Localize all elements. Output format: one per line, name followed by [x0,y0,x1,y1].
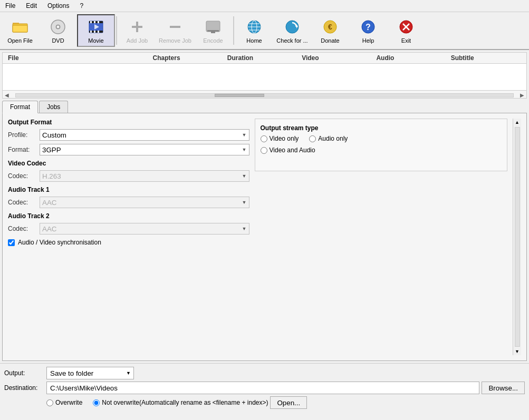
svg-rect-21 [211,32,215,33]
add-job-icon [128,17,147,36]
col-video: Video [300,54,374,62]
profile-label: Profile: [8,131,40,139]
movie-button[interactable]: Movie [77,14,115,47]
toolbar-separator-2 [233,16,234,45]
donate-button[interactable]: € Donate [311,14,349,47]
scroll-track[interactable] [15,93,514,97]
video-only-label: Video only [270,135,299,142]
menu-file[interactable]: File [2,1,18,11]
audio-track2-row: Codec: AAC [8,223,249,235]
svg-rect-2 [13,25,27,32]
open-file-label: Open File [7,37,33,44]
not-overwrite-label[interactable]: Not overwrite(Automatically rename as <f… [93,399,268,406]
profile-select-wrap: Custom [40,129,249,141]
overwrite-radio[interactable] [46,399,53,406]
help-label: Help [362,37,374,44]
check-for-button[interactable]: Check for ... [273,14,311,47]
output-label: Output: [4,369,46,377]
audio-only-item: Audio only [309,135,348,142]
output-select[interactable]: Save to folder Same folder as source [46,367,134,379]
audio-track2-select-wrap: AAC [40,223,249,235]
encode-label: Encode [203,37,223,44]
dvd-label: DVD [52,37,64,44]
profile-row: Profile: Custom [8,129,249,141]
col-audio: Audio [374,54,448,62]
help-button[interactable]: ? Help [349,14,387,47]
check-for-icon [283,17,302,36]
output-stream-title: Output stream type [261,124,502,132]
radio-row-2: Video and Audio [261,146,502,154]
output-stream-panel: Output stream type Video only Audio only… [255,119,508,171]
format-label: Format: [8,146,40,153]
overwrite-radio-group: Overwrite Not overwrite(Automatically re… [46,399,268,406]
output-format-title: Output Format [8,119,249,126]
output-row: Output: Save to folder Same folder as so… [4,367,525,379]
output-select-wrap: Save to folder Same folder as source [46,367,134,379]
sync-checkbox-row: Audio / Video synchronisation [8,239,249,246]
home-button[interactable]: Home [235,14,273,47]
svg-rect-9 [90,21,92,23]
menu-edit[interactable]: Edit [23,1,40,11]
audio-track2-select[interactable]: AAC [40,223,249,235]
panel-scroll-track[interactable] [515,127,520,347]
format-select[interactable]: 3GPP MP4 MKV [40,144,249,155]
video-audio-radio[interactable] [261,147,267,154]
audio-track1-select[interactable]: AAC [40,197,249,208]
dvd-button[interactable]: DVD [39,14,77,47]
not-overwrite-radio[interactable] [93,399,100,406]
menu-options[interactable]: Options [44,1,72,11]
help-icon: ? [359,17,378,36]
audio-track1-row: Codec: AAC [8,197,249,208]
remove-job-button[interactable]: Remove Job [156,14,194,47]
video-codec-select-wrap: H.263 [40,170,249,182]
col-chapters: Chapters [151,54,225,62]
tab-format[interactable]: Format [2,101,38,113]
video-only-radio[interactable] [261,135,267,142]
remove-job-label: Remove Job [159,37,191,44]
scroll-right-arrow[interactable]: ▶ [520,92,524,98]
open-file-button[interactable]: Open File [1,14,39,47]
exit-button[interactable]: Exit [387,14,425,47]
video-audio-item: Video and Audio [261,146,315,154]
toolbar: Open File DVD Movie Add Job Remove Job E… [0,12,529,50]
video-codec-select[interactable]: H.263 [40,170,249,182]
destination-row: Destination: Browse... [4,382,525,394]
remove-job-icon [166,17,185,36]
file-table-scrollbar[interactable]: ◀ ▶ [3,90,526,99]
sync-checkbox[interactable] [8,239,15,246]
encode-icon [204,17,223,36]
svg-text:?: ? [366,23,371,32]
radio-row-1: Video only Audio only [261,135,502,142]
sync-label: Audio / Video synchronisation [18,239,101,246]
tab-jobs[interactable]: Jobs [39,101,68,113]
svg-rect-12 [90,31,92,33]
open-button[interactable]: Open... [270,396,307,409]
panel-scroll-down[interactable]: ▼ [514,348,521,355]
add-job-label: Add Job [127,37,148,44]
encode-button[interactable]: Encode [194,14,232,47]
movie-label: Movie [88,37,103,44]
overwrite-row: Overwrite Not overwrite(Automatically re… [4,396,525,409]
video-only-item: Video only [261,135,299,142]
add-job-button[interactable]: Add Job [118,14,156,47]
panel-scroll-up[interactable]: ▲ [514,119,521,126]
browse-button[interactable]: Browse... [482,382,525,394]
scroll-thumb[interactable] [215,94,264,97]
file-table-header: File Chapters Duration Video Audio Subti… [3,53,526,64]
video-codec-label: Codec: [8,172,40,180]
svg-rect-13 [94,31,95,33]
tab-area: Format Jobs Output Format Profile: Custo… [2,101,527,361]
panel-scrollbar: ▲ ▼ [513,119,521,355]
scroll-left-arrow[interactable]: ◀ [5,92,9,98]
overwrite-label[interactable]: Overwrite [46,399,82,406]
format-row: Format: 3GPP MP4 MKV [8,144,249,155]
audio-only-radio[interactable] [309,135,316,142]
svg-rect-11 [98,21,99,23]
toolbar-separator-1 [116,16,117,45]
profile-select[interactable]: Custom [40,129,249,141]
col-file: File [6,54,151,62]
destination-input[interactable] [46,382,479,394]
menu-help[interactable]: ? [76,1,86,11]
svg-rect-17 [132,26,142,28]
svg-rect-20 [207,30,219,32]
